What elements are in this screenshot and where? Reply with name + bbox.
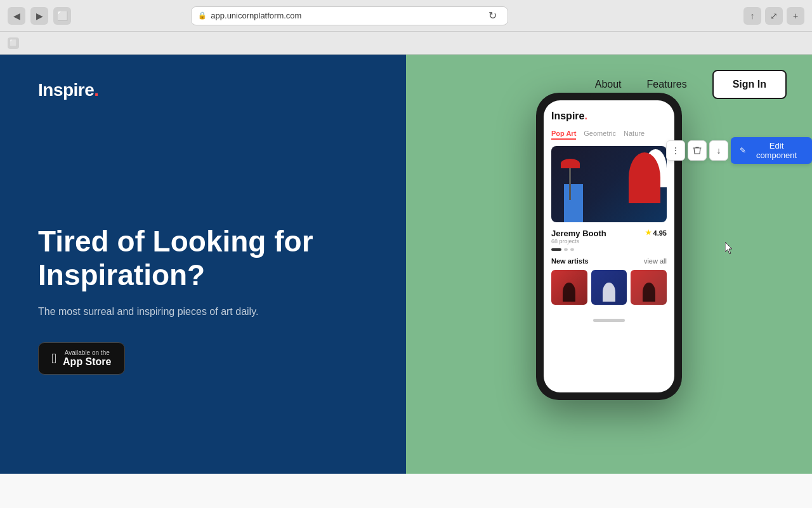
left-panel: Inspire. Tired of Looking for Inspiratio…	[0, 55, 406, 474]
phone-new-artists-header: New artists view all	[551, 257, 667, 265]
browser-chrome: ◀ ▶ ⬜ 🔒 app.unicornplatform.com ↻ ↑ ⤢ +	[0, 0, 812, 32]
sign-in-button[interactable]: Sign In	[712, 70, 787, 99]
hero-heading: Tired of Looking for Inspiration?	[38, 225, 368, 292]
back-button[interactable]: ◀	[8, 7, 25, 25]
phone-tab-nature[interactable]: Nature	[624, 130, 645, 140]
thumbnail-3	[631, 270, 667, 305]
app-store-large-text: App Store	[63, 356, 111, 368]
phone-notch	[590, 93, 628, 99]
phone-artist-name: Jeremy Booth	[551, 229, 606, 238]
phone-thumbnails	[551, 270, 667, 305]
hero-subtext: The most surreal and inspiring pieces of…	[38, 304, 368, 319]
phone-tab-geometric[interactable]: Geometric	[584, 130, 616, 140]
mouse-cursor	[725, 242, 733, 253]
thumb-figure-3	[643, 283, 655, 302]
app-store-small-text: Available on the	[63, 349, 111, 356]
share-button[interactable]: ↑	[743, 7, 761, 25]
move-down-button[interactable]: ↓	[709, 140, 728, 161]
logo-text: Inspire	[38, 80, 94, 100]
phone-tab-pop-art[interactable]: Pop Art	[551, 130, 576, 140]
logo-dot: .	[94, 80, 98, 100]
hero-section: Inspire. Tired of Looking for Inspiratio…	[0, 55, 812, 474]
phone-carousel-dots	[551, 248, 667, 251]
phone-artist-projects: 68 projects	[551, 238, 606, 244]
phone-view-all[interactable]: view all	[644, 257, 667, 265]
phone-screen-inner: Inspire. Pop Art Geometric Nature	[544, 100, 674, 312]
nav-about[interactable]: About	[595, 79, 622, 90]
phone-home-bar	[593, 319, 625, 322]
logo: Inspire.	[38, 80, 368, 100]
dot-3	[570, 248, 574, 251]
lock-icon: 🔒	[198, 11, 207, 20]
reload-button[interactable]: ↻	[483, 7, 501, 25]
thumbnail-2	[591, 270, 627, 305]
art-red-shape	[629, 152, 660, 203]
hero-text-block: Tired of Looking for Inspiration? The mo…	[38, 100, 368, 448]
delete-button[interactable]	[688, 140, 707, 161]
address-bar[interactable]: 🔒 app.unicornplatform.com ↻	[191, 6, 508, 25]
star-icon: ★	[645, 229, 652, 237]
phone-frame: Inspire. Pop Art Geometric Nature	[536, 93, 682, 400]
phone-artist-details: Jeremy Booth 68 projects	[551, 229, 606, 244]
add-tab-button[interactable]: +	[787, 7, 804, 25]
toolbar-popup: ⋮ ↓ ✎ Edit component	[666, 137, 812, 164]
phone-new-artists-title: New artists	[551, 257, 589, 265]
fullscreen-button[interactable]: ⤢	[765, 7, 783, 25]
art-blue-rect	[564, 184, 583, 222]
dot-2	[564, 248, 568, 251]
url-text: app.unicornplatform.com	[211, 11, 301, 20]
phone-screen: Inspire. Pop Art Geometric Nature	[544, 100, 674, 392]
thumbnail-1	[551, 270, 587, 305]
phone-art-main	[551, 146, 667, 222]
tab-manager-button[interactable]: ⬜	[53, 7, 71, 25]
phone-app-logo: Inspire.	[551, 110, 667, 122]
phone-mockup: Inspire. Pop Art Geometric Nature	[536, 93, 682, 400]
phone-artist-info: Jeremy Booth 68 projects ★ 4.95	[551, 229, 667, 244]
browser-actions: ↑ ⤢ +	[743, 7, 804, 25]
more-options-button[interactable]: ⋮	[666, 140, 685, 161]
app-store-text: Available on the App Store	[63, 349, 111, 368]
phone-tabs: Pop Art Geometric Nature	[551, 130, 667, 140]
forward-button[interactable]: ▶	[30, 7, 48, 25]
right-panel: About Features Sign In Inspire.	[406, 55, 812, 474]
thumb-figure-2	[603, 283, 615, 302]
app-store-button[interactable]:  Available on the App Store	[38, 342, 125, 375]
art-pole	[569, 168, 571, 200]
main-content: Inspire. Tired of Looking for Inspiratio…	[0, 55, 812, 508]
thumb-figure-1	[563, 283, 575, 302]
tab-bar: ⬜	[0, 32, 812, 55]
edit-component-button[interactable]: ✎ Edit component	[731, 137, 812, 164]
art-umbrella	[561, 159, 580, 168]
tab-indicator: ⬜	[8, 37, 19, 49]
nav-features[interactable]: Features	[647, 79, 687, 90]
edit-component-label: Edit component	[750, 141, 803, 160]
edit-icon: ✎	[740, 146, 746, 155]
bottom-section	[0, 474, 812, 508]
apple-icon: 	[51, 351, 56, 367]
phone-rating: ★ 4.95	[645, 229, 667, 237]
dot-1	[551, 248, 561, 251]
